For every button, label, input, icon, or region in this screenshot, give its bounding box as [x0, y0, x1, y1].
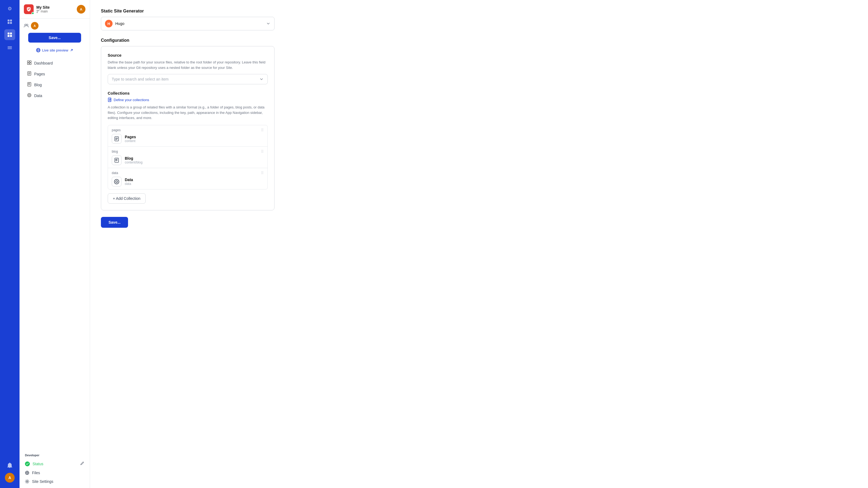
- collection-body: Blog content/blog: [112, 155, 264, 165]
- svg-rect-0: [8, 20, 9, 22]
- live-preview-link[interactable]: Live site preview: [20, 47, 90, 56]
- collections-title: Collections: [108, 91, 268, 95]
- collection-key: data ⠿: [112, 171, 264, 175]
- book-icon: [108, 98, 112, 102]
- apps-icon[interactable]: [4, 29, 15, 40]
- svg-point-42: [115, 179, 119, 184]
- svg-rect-19: [30, 61, 31, 62]
- branch-label: main: [41, 9, 48, 13]
- sidebar-item-pages[interactable]: Pages: [22, 69, 88, 79]
- svg-rect-41: [115, 158, 119, 162]
- sidebar-item-status[interactable]: Status: [25, 459, 84, 468]
- users-avatar: A: [31, 22, 38, 30]
- ssg-title: Static Site Generator: [101, 9, 857, 13]
- drag-handle[interactable]: ⠿: [261, 150, 264, 154]
- layers-icon[interactable]: [4, 42, 15, 53]
- sidebar-nav: Dashboard Pages Blog: [20, 56, 90, 103]
- sidebar-header: My Site main A: [20, 0, 90, 19]
- source-dropdown[interactable]: Type to search and select an item: [108, 74, 268, 84]
- svg-rect-10: [8, 48, 12, 49]
- layout-icon[interactable]: [4, 16, 15, 27]
- drag-handle[interactable]: ⠿: [261, 128, 264, 132]
- add-collection-button[interactable]: + Add Collection: [108, 193, 146, 204]
- svg-rect-2: [8, 22, 9, 24]
- svg-rect-6: [8, 35, 9, 37]
- sidebar: My Site main A A Save..: [20, 0, 90, 488]
- sidebar-item-files[interactable]: Files: [25, 468, 84, 477]
- sidebar-users-row: A: [20, 19, 90, 31]
- developer-section: Developer Status Fi: [20, 449, 90, 488]
- ssg-chevron-icon: [266, 22, 271, 26]
- source-placeholder: Type to search and select an item: [112, 77, 259, 82]
- collection-key: pages ⠿: [112, 128, 264, 132]
- source-section: Source Define the base path for your sou…: [108, 53, 268, 84]
- data-label: Data: [34, 94, 42, 98]
- status-label: Status: [33, 462, 43, 466]
- svg-rect-1: [10, 20, 12, 22]
- svg-rect-9: [8, 47, 12, 48]
- svg-point-11: [37, 10, 38, 11]
- svg-point-43: [116, 181, 118, 183]
- developer-label: Developer: [25, 454, 84, 457]
- ssg-section: Static Site Generator H Hugo: [101, 9, 857, 30]
- pages-collection-icon: [112, 134, 122, 144]
- site-settings-label: Site Settings: [32, 479, 54, 484]
- source-title: Source: [108, 53, 268, 58]
- bottom-save-button[interactable]: Save...: [101, 217, 128, 228]
- collection-item: blog ⠿ B: [108, 147, 268, 168]
- svg-point-35: [27, 481, 28, 482]
- svg-point-14: [25, 24, 26, 26]
- configuration-title: Configuration: [101, 38, 857, 43]
- site-branch: main: [36, 9, 74, 13]
- drag-handle[interactable]: ⠿: [261, 171, 264, 175]
- svg-rect-4: [8, 33, 9, 34]
- blog-collection-icon: [112, 155, 122, 165]
- source-description: Define the base path for your source fil…: [108, 60, 268, 70]
- files-label: Files: [32, 470, 40, 475]
- header-avatar[interactable]: A: [77, 5, 86, 13]
- svg-rect-8: [8, 46, 12, 47]
- collections-section: Collections Define your collections A co…: [108, 91, 268, 204]
- configuration-section: Configuration Source Define the base pat…: [101, 38, 857, 210]
- svg-point-13: [37, 12, 38, 13]
- dashboard-label: Dashboard: [34, 61, 53, 65]
- svg-rect-5: [10, 33, 12, 34]
- save-button[interactable]: Save...: [28, 33, 81, 42]
- sidebar-item-data[interactable]: Data: [22, 90, 88, 101]
- sidebar-item-site-settings[interactable]: Site Settings: [25, 477, 84, 486]
- pages-label: Pages: [34, 72, 45, 76]
- svg-rect-3: [10, 22, 12, 24]
- blog-collection-info: Blog content/blog: [125, 156, 143, 164]
- collection-body: Pages content: [112, 134, 264, 144]
- settings-icon[interactable]: ⚙: [4, 3, 15, 14]
- ssg-dropdown[interactable]: H Hugo: [101, 17, 275, 30]
- svg-point-12: [38, 10, 39, 11]
- blog-label: Blog: [34, 83, 42, 87]
- svg-point-30: [27, 472, 28, 474]
- live-preview-label: Live site preview: [42, 48, 68, 52]
- svg-point-17: [37, 48, 39, 52]
- collection-item: data ⠿ Data: [108, 168, 268, 189]
- svg-rect-21: [30, 63, 31, 65]
- sidebar-item-dashboard[interactable]: Dashboard: [22, 58, 88, 69]
- status-dot: [25, 461, 30, 466]
- svg-rect-18: [27, 61, 29, 62]
- svg-rect-20: [27, 63, 29, 65]
- svg-point-27: [28, 94, 31, 97]
- site-logo: [24, 4, 34, 14]
- sidebar-item-blog[interactable]: Blog: [22, 79, 88, 90]
- data-collection-icon: [112, 177, 122, 187]
- collection-list: pages ⠿: [108, 125, 268, 190]
- configuration-box: Source Define the base path for your sou…: [101, 46, 275, 210]
- data-collection-info: Data data: [125, 177, 133, 186]
- svg-point-28: [29, 94, 30, 96]
- edit-icon[interactable]: [80, 461, 84, 466]
- bottom-avatar[interactable]: A: [5, 473, 14, 483]
- bell-icon[interactable]: [4, 460, 15, 470]
- collection-body: Data data: [112, 177, 264, 187]
- define-collections-link[interactable]: Define your collections: [108, 98, 268, 102]
- icon-bar: ⚙ A: [0, 0, 20, 488]
- main-content: Static Site Generator H Hugo Configurati…: [90, 0, 868, 488]
- collection-item: pages ⠿: [108, 125, 268, 147]
- source-chevron-icon: [259, 77, 264, 82]
